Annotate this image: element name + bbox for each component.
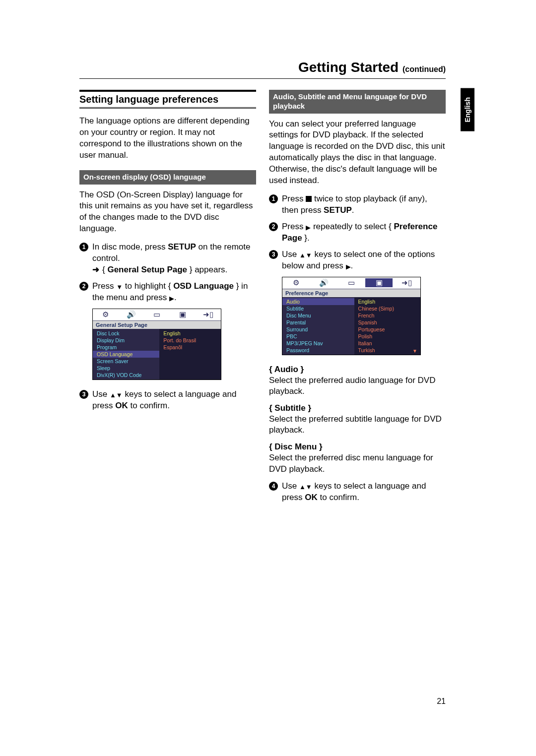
step-2: 2 Press ▼ to highlight { OSD Language } … — [79, 281, 256, 304]
osd-option: Polish — [354, 333, 420, 340]
osd-option: Turkish — [354, 347, 420, 354]
osd-tab-icon: 🔊 — [310, 278, 338, 287]
osd-option: Port. do Brasil — [159, 337, 221, 344]
osd-option: French — [354, 312, 420, 319]
osd-tab-icon: 🔊 — [119, 310, 144, 319]
osd-item-selected: OSD Language — [93, 351, 159, 358]
intro-paragraph: The language options are different depen… — [79, 116, 256, 161]
page-number: 21 — [79, 697, 446, 706]
sub-heading-dvd-lang: Audio, Subtitle and Menu language for DV… — [269, 90, 446, 114]
osd-tab-icon-active: ▣ — [365, 278, 393, 287]
osd-option: Portuguese — [354, 326, 420, 333]
scroll-down-icon: ▼ — [412, 348, 417, 354]
osd-item: PBC — [282, 333, 354, 340]
page-title-continued: (continued) — [402, 65, 446, 73]
osd-tab-icon: ▭ — [337, 278, 365, 287]
osd-item: MP3/JPEG Nav — [282, 340, 354, 347]
manual-page: English Getting Started (continued) Sett… — [79, 60, 446, 508]
down-triangle-icon: ▼ — [116, 283, 123, 291]
osd-item: Display Dim — [93, 337, 159, 344]
result-arrow-icon: ➜ — [92, 264, 99, 276]
step-r1: 1 Press twice to stop playback (if any),… — [269, 193, 446, 216]
step-r3: 3 Use ▲▼ keys to select one of the optio… — [269, 249, 446, 272]
osd-item: Password — [282, 347, 354, 354]
osd-item: Screen Saver — [93, 358, 159, 365]
osd-option: Chinese (Simp) — [354, 305, 420, 312]
osd-item-selected: Audio — [282, 298, 354, 305]
down-triangle-icon: ▼ — [116, 391, 123, 399]
sub-heading-osd: On-screen display (OSD) language — [79, 170, 256, 185]
osd-tab-icon: ▭ — [144, 310, 170, 319]
osd-tab-icon: ➜▯ — [393, 278, 420, 287]
stop-icon — [306, 196, 312, 202]
bullet-4-icon: 4 — [269, 482, 278, 491]
osd-header: Preference Page — [282, 289, 420, 297]
section-title: Setting language preferences — [79, 90, 256, 109]
osd-preference-illustration: ⚙ 🔊 ▭ ▣ ➜▯ Preference Page Audio Subtitl… — [282, 277, 421, 355]
bullet-3-icon: 3 — [269, 250, 278, 259]
right-triangle-icon: ▶ — [169, 295, 174, 302]
osd-intro: The OSD (On-Screen Display) language for… — [79, 189, 256, 235]
osd-left-list: Disc Lock Display Dim Program OSD Langua… — [93, 329, 159, 379]
osd-option-selected: English — [159, 330, 221, 337]
def-subtitle: { Subtitle } Select the preferred subtit… — [269, 403, 446, 436]
osd-tab-icon: ▣ — [170, 310, 196, 319]
bullet-1-icon: 1 — [79, 243, 88, 252]
up-triangle-icon: ▲ — [299, 483, 306, 491]
up-triangle-icon: ▲ — [299, 252, 306, 259]
page-title-main: Getting Started — [298, 60, 399, 75]
osd-right-list: English Chinese (Simp) French Spanish Po… — [354, 297, 420, 355]
osd-item: Subtitle — [282, 305, 354, 312]
dvd-lang-intro: You can select your preferred language s… — [269, 119, 446, 187]
osd-tab-icon: ➜▯ — [195, 310, 221, 319]
osd-option: Spanish — [354, 319, 420, 326]
bullet-2-icon: 2 — [269, 222, 278, 231]
osd-option: Espanõl — [159, 344, 221, 351]
osd-general-setup-illustration: ⚙ 🔊 ▭ ▣ ➜▯ General Setup Page Disc Lock … — [92, 309, 221, 380]
osd-item: Surround — [282, 326, 354, 333]
step-r4: 4 Use ▲▼ keys to select a language and p… — [269, 481, 446, 504]
language-tab: English — [461, 88, 474, 131]
up-triangle-icon: ▲ — [110, 391, 116, 399]
def-audio: { Audio } Select the preferred audio lan… — [269, 364, 446, 397]
step-r2: 2 Press ▶ repeatedly to select { Prefere… — [269, 221, 446, 244]
osd-item: Parental — [282, 319, 354, 326]
osd-left-list: Audio Subtitle Disc Menu Parental Surrou… — [282, 297, 354, 355]
osd-item: DivX(R) VOD Code — [93, 372, 159, 378]
bullet-2-icon: 2 — [79, 282, 88, 291]
right-triangle-icon: ▶ — [306, 224, 311, 231]
step-3: 3 Use ▲▼ keys to select a language and p… — [79, 389, 256, 412]
osd-item: Disc Lock — [93, 330, 159, 337]
step-1: 1 In disc mode, press SETUP on the remot… — [79, 242, 256, 276]
down-triangle-icon: ▼ — [306, 252, 312, 259]
osd-tab-icon: ⚙ — [282, 278, 310, 287]
osd-item: Disc Menu — [282, 312, 354, 319]
page-title: Getting Started (continued) — [79, 60, 446, 79]
left-column: Setting language preferences The languag… — [79, 90, 256, 508]
osd-tab-icon: ⚙ — [93, 310, 119, 319]
osd-item: Program — [93, 344, 159, 351]
osd-header: General Setup Page — [93, 321, 221, 329]
osd-option-selected: English — [354, 298, 420, 305]
bullet-3-icon: 3 — [79, 390, 88, 399]
def-discmenu: { Disc Menu } Select the preferred disc … — [269, 441, 446, 474]
right-column: Audio, Subtitle and Menu language for DV… — [269, 90, 446, 508]
osd-item: Sleep — [93, 365, 159, 372]
osd-option: Italian — [354, 340, 420, 347]
down-triangle-icon: ▼ — [306, 483, 312, 491]
bullet-1-icon: 1 — [269, 194, 278, 203]
osd-right-list: English Port. do Brasil Espanõl — [159, 329, 221, 379]
right-triangle-icon: ▶ — [346, 263, 351, 270]
